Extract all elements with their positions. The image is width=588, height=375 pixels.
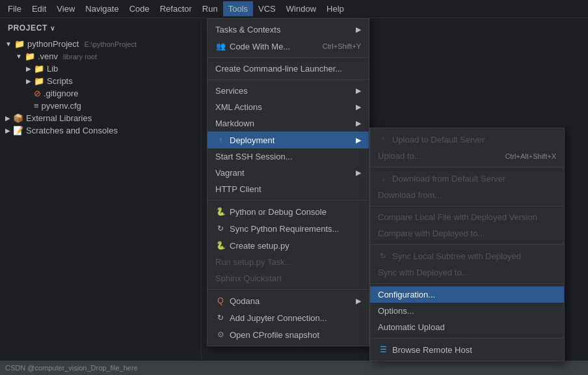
main-area: Project ∨ ▼ 📁 pythonProject E:\pythonPro… bbox=[0, 18, 588, 375]
tree-item-gitignore[interactable]: ⊘ .gitignore bbox=[0, 87, 201, 100]
file-icon: ≡ bbox=[34, 101, 39, 111]
separator bbox=[207, 289, 369, 290]
item-label: Sphinx Quickstart bbox=[215, 273, 282, 283]
item-label: Vagrant bbox=[215, 168, 245, 178]
item-label: Download from... bbox=[378, 190, 442, 200]
item-label: Markdown bbox=[215, 118, 254, 128]
item-label: Python or Debug Console bbox=[230, 207, 327, 217]
item-label: Create setup.py bbox=[230, 241, 289, 251]
item-label: Sync with Deployed to... bbox=[378, 268, 468, 277]
separator bbox=[370, 244, 564, 245]
deploy-upload-default[interactable]: ↑ Upload to Default Server bbox=[370, 131, 564, 148]
item-label: pythonProject bbox=[27, 39, 79, 49]
sidebar-chevron: ∨ bbox=[50, 25, 55, 32]
tree-item-scratches[interactable]: ▶ 📝 Scratches and Consoles bbox=[0, 124, 201, 137]
menu-xml-actions[interactable]: XML Actions ▶ bbox=[207, 99, 369, 115]
menu-code[interactable]: Code bbox=[124, 1, 155, 16]
menu-create-cmdline[interactable]: Create Command-line Launcher... bbox=[207, 61, 369, 77]
tree-item-external-libraries[interactable]: ▶ 📦 External Libraries bbox=[0, 112, 201, 124]
menu-run-setup-task[interactable]: Run setup.py Task... bbox=[207, 254, 369, 270]
sync-icon: ↻ bbox=[215, 223, 226, 234]
browse-icon: ☰ bbox=[378, 344, 388, 355]
arrow-icon: ▶ bbox=[356, 136, 361, 145]
deploy-compare-with[interactable]: Compare with Deployed to... bbox=[370, 225, 564, 242]
tree-item-lib[interactable]: ▶ 📁 Lib bbox=[0, 62, 201, 75]
item-label: Code With Me... bbox=[230, 42, 290, 51]
menu-http-client[interactable]: HTTP Client bbox=[207, 181, 369, 197]
code-with-me-icon: 👥 bbox=[215, 41, 226, 51]
separator bbox=[370, 206, 564, 206]
deploy-download-default[interactable]: ↓ Download from Default Server bbox=[370, 170, 564, 187]
deploy-automatic-upload[interactable]: Automatic Upload bbox=[370, 319, 564, 335]
item-label: Lib bbox=[47, 64, 58, 74]
deploy-browse-remote-host[interactable]: ☰ Browse Remote Host bbox=[370, 341, 564, 358]
expand-icon: ▶ bbox=[5, 115, 10, 122]
menu-view[interactable]: View bbox=[51, 1, 80, 16]
item-label: Run setup.py Task... bbox=[215, 257, 292, 267]
item-label: Automatic Upload bbox=[378, 322, 445, 332]
arrow-icon: ▶ bbox=[356, 119, 361, 128]
menu-markdown[interactable]: Markdown ▶ bbox=[207, 115, 369, 132]
menu-run[interactable]: Run bbox=[197, 1, 223, 16]
menu-services[interactable]: Services ▶ bbox=[207, 83, 369, 99]
arrow-icon: ▶ bbox=[356, 25, 361, 34]
menu-navigate[interactable]: Navigate bbox=[80, 1, 124, 16]
deploy-sync-with[interactable]: Sync with Deployed to... bbox=[370, 264, 564, 281]
python-setup-icon: 🐍 bbox=[215, 240, 226, 251]
deploy-download-from[interactable]: Download from... bbox=[370, 187, 564, 203]
menu-python-debug-console[interactable]: 🐍 Python or Debug Console bbox=[207, 203, 369, 220]
menu-vcs[interactable]: VCS bbox=[253, 1, 281, 16]
deploy-compare-local[interactable]: Compare Local File with Deployed Version bbox=[370, 209, 564, 225]
item-label: Compare Local File with Deployed Version bbox=[378, 212, 537, 222]
menu-file[interactable]: File bbox=[3, 1, 27, 16]
menu-window[interactable]: Window bbox=[281, 1, 321, 16]
sidebar: Project ∨ ▼ 📁 pythonProject E:\pythonPro… bbox=[0, 18, 202, 375]
item-label: Upload to... bbox=[378, 151, 421, 161]
tree-item-venv[interactable]: ▼ 📁 .venv library root bbox=[0, 50, 201, 62]
cprofile-icon: ⚙ bbox=[215, 329, 226, 340]
item-label: HTTP Client bbox=[215, 184, 261, 194]
deploy-upload-to[interactable]: Upload to... Ctrl+Alt+Shift+X bbox=[370, 148, 564, 164]
expand-icon: ▶ bbox=[26, 65, 31, 72]
menu-help[interactable]: Help bbox=[321, 1, 349, 16]
item-label: Options... bbox=[378, 306, 414, 316]
item-label: .venv bbox=[38, 51, 58, 61]
tree-item-scripts[interactable]: ▶ 📁 Scripts bbox=[0, 75, 201, 87]
tree-item-pyvenv[interactable]: ≡ pyvenv.cfg bbox=[0, 100, 201, 112]
menu-edit[interactable]: Edit bbox=[27, 1, 51, 16]
menu-deployment[interactable]: ↑ Deployment ▶ bbox=[207, 132, 369, 148]
folder-icon: 📁 bbox=[25, 51, 35, 61]
separator bbox=[370, 338, 564, 339]
menu-create-setup-py[interactable]: 🐍 Create setup.py bbox=[207, 237, 369, 254]
item-label: Services bbox=[215, 86, 248, 96]
menu-refactor[interactable]: Refactor bbox=[155, 1, 197, 16]
menubar: File Edit View Navigate Code Refactor Ru… bbox=[0, 0, 588, 18]
deploy-options[interactable]: Options... bbox=[370, 303, 564, 319]
deploy-configuration[interactable]: Configuration... bbox=[370, 286, 564, 303]
menu-qodana[interactable]: Q Qodana ▶ bbox=[207, 292, 369, 309]
item-label: Compare with Deployed to... bbox=[378, 229, 485, 238]
menu-add-jupyter[interactable]: ↻ Add Jupyter Connection... bbox=[207, 309, 369, 326]
item-label: External Libraries bbox=[26, 113, 92, 123]
menu-tasks-contexts[interactable]: Tasks & Contexts ▶ bbox=[207, 21, 369, 38]
menu-open-cprofile[interactable]: ⚙ Open CProfile snapshot bbox=[207, 326, 369, 343]
tree-item-pythonproject[interactable]: ▼ 📁 pythonProject E:\pythonProject bbox=[0, 38, 201, 50]
python-icon: 🐍 bbox=[215, 206, 226, 217]
menu-sync-python-req[interactable]: ↻ Sync Python Requirements... bbox=[207, 220, 369, 237]
menu-tools[interactable]: Tools bbox=[223, 1, 253, 16]
menu-code-with-me[interactable]: 👥 Code With Me... Ctrl+Shift+Y bbox=[207, 38, 369, 55]
menu-start-ssh[interactable]: Start SSH Session... bbox=[207, 148, 369, 165]
menu-vagrant[interactable]: Vagrant ▶ bbox=[207, 165, 369, 181]
arrow-icon: ▶ bbox=[356, 169, 361, 177]
item-label: Create Command-line Launcher... bbox=[215, 64, 342, 74]
separator bbox=[207, 57, 369, 58]
upload-icon: ↑ bbox=[378, 134, 388, 145]
item-label: Qodana bbox=[230, 296, 260, 306]
menu-sphinx-quickstart[interactable]: Sphinx Quickstart bbox=[207, 270, 369, 286]
item-label: Scratches and Consoles bbox=[26, 126, 118, 135]
separator bbox=[370, 283, 564, 284]
deploy-sync-subtree[interactable]: ↻ Sync Local Subtree with Deployed bbox=[370, 247, 564, 264]
content-area: Tasks & Contexts ▶ 👥 Code With Me... Ctr… bbox=[202, 18, 588, 375]
scratches-icon: 📝 bbox=[13, 126, 23, 135]
jupyter-icon: ↻ bbox=[215, 312, 226, 323]
